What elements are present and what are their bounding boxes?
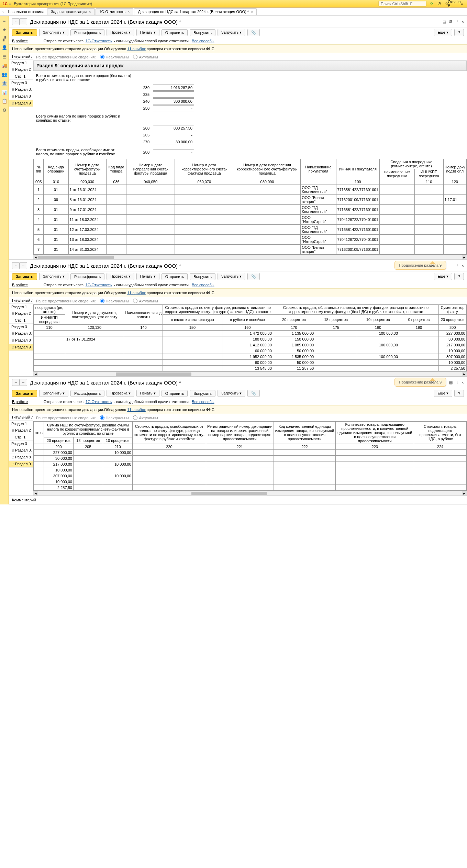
h-scrollbar[interactable]: ◄► [33,255,467,259]
search-input[interactable] [378,1,426,7]
close-panel-icon[interactable]: × [462,380,464,385]
help-button[interactable]: ? [454,273,464,280]
load-button[interactable]: Загрузить [218,29,245,36]
write-button[interactable]: Записать [12,29,37,36]
status-label[interactable]: В работе [12,400,28,404]
forward-button[interactable]: → [20,262,27,269]
close-icon[interactable]: × [89,10,91,14]
fill-button[interactable]: Заполнить [39,29,68,36]
help-button[interactable]: ? [454,390,464,397]
fill-button[interactable]: Заполнить [39,390,68,397]
h-scrollbar[interactable]: ◄► [33,371,467,376]
print-button[interactable]: Печать [136,390,159,397]
check-button[interactable]: Проверка [107,29,134,36]
star-icon[interactable]: ★ [2,27,7,32]
all-methods-link[interactable]: Все способы [192,39,214,43]
help-button[interactable]: ? [454,29,464,36]
tree-r2[interactable]: ⊖Раздел 2 [9,66,33,73]
forward-button[interactable]: → [20,379,27,386]
field-235[interactable] [153,91,194,98]
user-icon[interactable]: 👤 [2,45,7,50]
send-button[interactable]: Отправить [162,29,188,36]
more-button[interactable]: Еще [434,273,452,280]
field-240[interactable] [153,98,194,104]
close-panel-icon[interactable]: × [462,264,464,268]
field-265[interactable] [153,132,194,138]
print-button[interactable]: Печать [136,29,159,36]
radio-relevant[interactable]: Актуальны [133,55,158,59]
tab-declaration[interactable]: Декларация по НДС за 1 квартал 2024 г. (… [134,8,257,15]
decode-button[interactable]: Расшифровать [70,273,104,280]
print-icon[interactable]: 🖶 [449,20,453,24]
close-panel-icon[interactable]: × [462,20,464,24]
all-methods-link[interactable]: Все способы [192,400,214,404]
radio-irrelevant[interactable]: Неактуальны [100,55,129,59]
fill-button[interactable]: Заполнить [39,273,68,280]
field-270[interactable] [153,139,194,145]
copy-icon[interactable]: ▤ [449,380,453,385]
more-button[interactable]: Еще [434,390,452,397]
tree-r8[interactable]: ⊕Раздел 8 [9,93,33,100]
history-icon[interactable]: ⏱ [437,1,442,6]
attach-button[interactable]: 📎 [247,273,260,280]
refresh-icon[interactable]: ⟳ [429,1,434,6]
report-icon[interactable]: 📊 [2,89,7,95]
hamburger-icon[interactable]: ≡ [9,2,11,6]
close-icon[interactable]: × [251,10,253,14]
reporting-link[interactable]: 1С-Отчетность [86,400,112,404]
write-button[interactable]: Записать [12,390,37,397]
back-button[interactable]: ← [12,379,20,386]
tree-r3p[interactable]: ⊕Раздел 3. П [9,86,33,93]
send-button[interactable]: Отправить [162,390,188,397]
tree-p1[interactable]: Стр. 1 [9,73,33,80]
list-icon[interactable]: ≡ [2,18,7,23]
book-icon[interactable]: 📋 [2,98,7,104]
gear-icon[interactable]: ⚙ [2,107,7,113]
attach-button[interactable]: 📎 [247,390,260,397]
more-icon[interactable]: ⋮ [455,380,459,385]
field-230[interactable] [153,85,194,91]
close-icon[interactable]: × [127,10,130,14]
print-button[interactable]: Печать [136,273,159,280]
load-button[interactable]: Загрузить [218,273,245,280]
truck-icon[interactable]: 🚚 [2,63,7,68]
status-label[interactable]: В работе [12,283,28,287]
status-label[interactable]: В работе [12,39,28,43]
decode-button[interactable]: Расшифровать [70,390,104,397]
menu-icon[interactable]: ≡ [459,1,464,6]
person-icon[interactable]: 👥 [2,71,7,77]
send-button[interactable]: Отправить [162,273,188,280]
tree-r1[interactable]: Раздел 1 [9,60,33,66]
errors-link[interactable]: 11 ошибок [127,47,146,51]
unload-button[interactable]: Выгрузить [190,390,215,397]
field-280[interactable] [153,149,194,155]
decode-button[interactable]: Расшифровать [70,29,104,36]
field-260[interactable] [153,125,194,131]
unload-button[interactable]: Выгрузить [190,273,215,280]
write-button[interactable]: Записать [12,273,37,280]
attach-button[interactable]: 📎 [247,29,260,36]
errors-link[interactable]: 11 ошибок [127,408,146,412]
back-button[interactable]: ← [12,262,20,269]
home-tab[interactable]: Начальная страница [5,9,47,15]
errors-link[interactable]: 11 ошибок [127,291,146,295]
unload-button[interactable]: Выгрузить [190,29,215,36]
doc-icon[interactable]: ▤ [2,54,7,59]
forward-button[interactable]: → [20,18,27,25]
reporting-link[interactable]: 1С-Отчетность [86,39,112,43]
h-scrollbar[interactable]: ◄► [33,491,467,496]
check-button[interactable]: Проверка [107,273,134,280]
reporting-link[interactable]: 1С-Отчетность [86,283,112,287]
field-250[interactable] [153,105,194,111]
tree-title[interactable]: Титульный л [9,53,33,60]
tab-reporting[interactable]: 1С-Отчетность× [96,8,134,15]
bank-icon[interactable]: 🏦 [2,80,7,86]
tab-tasks[interactable]: Задачи организации× [47,8,95,15]
copy-icon[interactable]: ▤ [443,20,446,24]
back-button[interactable]: ← [12,18,20,25]
load-button[interactable]: Загрузить [218,390,245,397]
home-icon[interactable]: ⌂ [1,10,4,14]
tree-r9[interactable]: ⊕Раздел 9 [9,100,33,107]
more-button[interactable]: Еще [434,29,452,36]
chart-icon[interactable]: ▞ [2,36,7,41]
